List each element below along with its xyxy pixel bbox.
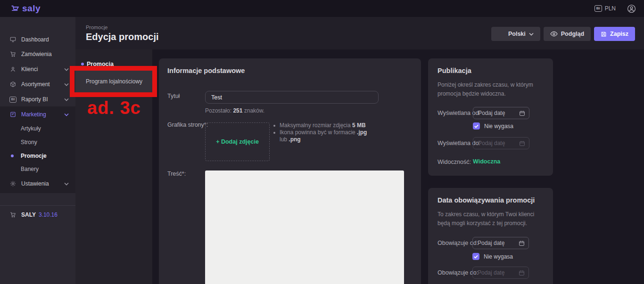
currency-label: PLN: [605, 5, 616, 12]
card-description: Poniżej określ zakres czasu, w którym pr…: [438, 81, 546, 98]
sidebar-item-klienci[interactable]: Klienci: [0, 62, 75, 77]
card-title: Data obowiązywania promocji: [438, 196, 535, 204]
brand-logo[interactable]: saly: [10, 3, 41, 14]
chars-suffix: znaków.: [242, 107, 264, 114]
app-name: SALY: [21, 211, 36, 218]
title-input[interactable]: [205, 91, 379, 104]
no-expiry-checkbox-checked[interactable]: [472, 253, 479, 260]
graphic-label: Grafika strony*:: [167, 122, 208, 128]
cart-logo-icon: [10, 4, 20, 13]
calendar-icon[interactable]: [519, 240, 525, 246]
sidebar-item-artykuly[interactable]: Artykuły: [0, 122, 75, 135]
sidebar-item-marketing[interactable]: Marketing: [0, 107, 75, 122]
bullet-bold: .jpg: [357, 129, 367, 136]
sidebar-item-label: Ustawienia: [21, 180, 49, 187]
poland-flag-icon: [498, 31, 505, 38]
person-icon: [9, 66, 17, 73]
sidebar-item-label: Marketing: [21, 111, 46, 118]
content-editor[interactable]: [205, 170, 404, 284]
brand-name: saly: [22, 3, 41, 14]
bullet-icon: [273, 125, 275, 127]
chars-count: 251: [233, 107, 242, 114]
no-expiry-label: Nie wygasa: [484, 253, 513, 260]
card-description: To zakres czasu, w którym Twoi klienci b…: [438, 210, 547, 227]
sidebar-subitem-label: Strony: [21, 139, 37, 146]
calendar-icon[interactable]: [519, 110, 525, 116]
sidebar-item-banery[interactable]: Banery: [0, 162, 75, 176]
marketing-icon: [9, 111, 17, 118]
check-icon: [474, 124, 479, 128]
topbar: saly Bi PLN: [0, 0, 644, 17]
date-input-field[interactable]: [478, 240, 519, 246]
preview-button-label: Podgląd: [561, 31, 584, 37]
sidebar-item-label: Raporty BI: [21, 96, 48, 103]
sidebar-item-label: Asortyment: [21, 81, 50, 88]
displayed-from-date-input[interactable]: [473, 107, 529, 119]
currency-selector[interactable]: Bi PLN: [594, 5, 616, 12]
date-input-field[interactable]: [478, 269, 519, 276]
promo-validity-card: Data obowiązywania promocji To zakres cz…: [428, 188, 553, 284]
sidebar-divider: [0, 205, 75, 206]
promo-subnav: Promocja Program lojalnościowy: [75, 49, 152, 284]
valid-to-date-input[interactable]: [472, 267, 529, 279]
annotation-text: ad. 3c: [87, 98, 141, 118]
bi-report-icon: BI: [9, 97, 17, 103]
save-button-label: Zapisz: [610, 31, 628, 37]
sidebar-item-label: Dashboard: [21, 36, 49, 43]
bullet-bold: 5 MB: [352, 122, 366, 129]
app-version: 3.10.16: [39, 211, 58, 218]
sidebar-item-asortyment[interactable]: Asortyment: [0, 77, 75, 92]
preview-button[interactable]: Podgląd: [544, 27, 591, 41]
page-title: Edycja promocji: [86, 32, 159, 42]
upload-requirements: Maksymalny rozmiar zdjęcia 5 MB Ikona po…: [273, 122, 410, 143]
monitor-icon: [9, 36, 17, 43]
chevron-down-icon: [64, 98, 69, 101]
sidebar-footer: SALY 3.10.16: [0, 207, 75, 222]
sidebar-item-zamowienia[interactable]: Zamówienia: [0, 47, 75, 62]
cart-icon: [9, 51, 17, 57]
bullet-text: lub: [280, 136, 289, 143]
sidebar-item-label: Klienci: [21, 66, 38, 73]
save-button[interactable]: Zapisz: [594, 27, 635, 41]
title-label: Tytuł: [167, 93, 180, 99]
sidebar-item-raporty-bi[interactable]: BI Raporty BI: [0, 92, 75, 107]
chars-prefix: Pozostało:: [205, 107, 233, 114]
sidebar-item-ustawienia[interactable]: Ustawienia: [0, 176, 75, 191]
no-expiry-checkbox-checked[interactable]: [473, 122, 480, 130]
cart-icon: [9, 211, 17, 218]
valid-from-date-input[interactable]: [472, 237, 529, 249]
no-expiry-label: Nie wygasa: [484, 123, 513, 130]
cube-icon: [9, 81, 17, 88]
subnav-item-program-lojalnosciowy[interactable]: Program lojalnościowy: [75, 71, 152, 92]
date-input-field[interactable]: [478, 140, 519, 146]
subnav-item-promocja[interactable]: Promocja: [75, 58, 152, 70]
page-header: Promocje Edycja promocji Polski Podgląd …: [75, 17, 644, 49]
calendar-icon: [519, 140, 525, 146]
bullet-bold: .png: [289, 136, 300, 143]
card-title: Publikacja: [438, 67, 471, 74]
chars-remaining: Pozostało: 251 znaków.: [205, 106, 264, 115]
active-dot: [81, 63, 84, 65]
subnav-item-label: Promocja: [87, 61, 114, 67]
check-icon: [474, 255, 478, 259]
bullet-icon: [273, 132, 275, 134]
content-label: Treść*:: [167, 170, 186, 177]
sidebar-subitem-label: Banery: [21, 166, 39, 172]
sidebar-item-dashboard[interactable]: Dashboard: [0, 32, 75, 47]
sidebar-item-strony[interactable]: Strony: [0, 135, 75, 149]
add-image-button[interactable]: + Dodaj zdjęcie: [216, 138, 259, 145]
date-input-field[interactable]: [478, 110, 519, 116]
sidebar-item-promocje[interactable]: Promocje: [0, 149, 75, 162]
account-avatar-icon[interactable]: [627, 4, 636, 13]
language-button-label: Polski: [508, 31, 526, 37]
sidebar: Dashboard Zamówienia Klienci Asortyment …: [0, 17, 75, 284]
chevron-down-icon: [529, 32, 534, 36]
language-button[interactable]: Polski: [491, 27, 540, 41]
gear-icon: [9, 180, 17, 187]
sidebar-subitem-label: Promocje: [21, 153, 47, 159]
image-upload-dropzone[interactable]: + Dodaj zdjęcie: [205, 122, 270, 161]
displayed-to-date-input[interactable]: [473, 137, 529, 149]
chevron-down-icon: [64, 113, 69, 116]
publication-card: Publikacja Poniżej określ zakres czasu, …: [428, 58, 553, 176]
no-expiry-row: Nie wygasa: [473, 122, 513, 130]
